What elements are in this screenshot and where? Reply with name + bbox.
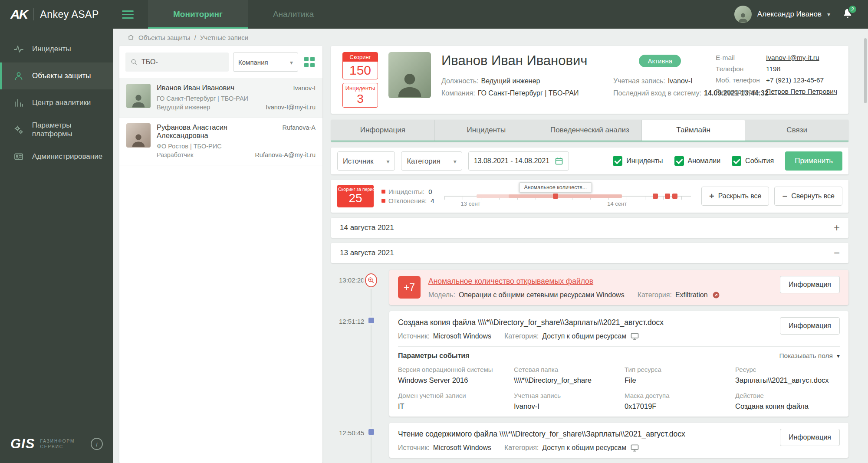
- show-fields-toggle[interactable]: Показывать поля: [779, 352, 840, 360]
- bar-chart-icon: [13, 97, 24, 108]
- anomaly-marker[interactable]: [553, 194, 558, 199]
- checkbox-incidents[interactable]: Инциденты: [613, 156, 663, 166]
- chevron-down-icon: [386, 157, 389, 165]
- param-resource: РесурсЗарплаты\\2021_август.docx: [735, 366, 840, 384]
- event-body: Чтение содержимого файла \\\\*\\Director…: [398, 429, 772, 452]
- day-group-aug14[interactable]: 14 августа 2021 +: [331, 218, 848, 238]
- avatar: [126, 123, 151, 148]
- expand-all-label: Раскрыть все: [718, 192, 762, 200]
- day-group-aug13[interactable]: 13 августа 2021 −: [331, 243, 848, 263]
- event-title: Чтение содержимого файла \\\\*\\Director…: [398, 430, 772, 439]
- event-timeline: 13:02:20 +7 Аномальное колич: [331, 264, 848, 463]
- sidebar-footer: GIS ГАЗИНФОРМСЕРВИС: [10, 436, 103, 452]
- anomaly-marker[interactable]: [665, 194, 670, 199]
- tab-timeline[interactable]: Таймлайн: [642, 120, 746, 141]
- category-select[interactable]: Категория: [401, 151, 462, 171]
- info-icon[interactable]: [91, 438, 103, 450]
- sidebar-item-analytics-center[interactable]: Центр аналитики: [0, 89, 113, 116]
- daterange-value: 13.08.2021 - 14.08.2021: [474, 157, 549, 165]
- param-resource-type: Тип ресурсаFile: [625, 366, 729, 384]
- menu-toggle-button[interactable]: [113, 0, 142, 29]
- checkbox-anomalies[interactable]: Аномалии: [674, 156, 721, 166]
- grid-view-button[interactable]: [302, 55, 316, 69]
- account-detail-panel: Скоринг 150 Инциденты 3: [331, 46, 848, 463]
- param-network-folder: Сетевая папка\\\\*\\Directory_for_share: [514, 366, 618, 384]
- expand-all-button[interactable]: +Раскрыть все: [701, 187, 769, 206]
- chevron-down-icon[interactable]: [827, 10, 830, 18]
- notification-badge: 2: [848, 5, 857, 14]
- event-body: Создана копия файла \\\\*\\Directory_for…: [398, 317, 772, 340]
- event-marker-icon[interactable]: [368, 429, 374, 435]
- calendar-icon[interactable]: [555, 157, 563, 165]
- position-label: Должность:: [441, 77, 478, 85]
- category-label: Категория:: [638, 291, 672, 299]
- source-select[interactable]: Источник: [337, 151, 395, 171]
- timeline-row: 12:51:12 Создана копия файла \\\\*\\Dire…: [331, 311, 848, 417]
- topbar: AK Ankey ASAP Мониторинг Аналитика Алекс…: [0, 0, 868, 29]
- tab-relations[interactable]: Связи: [745, 120, 848, 141]
- source-value: Microsoft Windows: [433, 444, 491, 452]
- incidents-badge[interactable]: Инциденты 3: [342, 83, 378, 108]
- period-scoring-badge: Скоринг за период 25: [337, 185, 374, 207]
- timeline-row: 13:02:20 +7 Аномальное колич: [331, 270, 848, 305]
- notifications-button[interactable]: 2: [842, 8, 853, 21]
- list-item-rufanova[interactable]: Руфанова Анастасия Александровна ФО Рост…: [119, 118, 322, 165]
- collapse-all-button[interactable]: −Свернуть все: [774, 187, 842, 206]
- minus-icon: −: [782, 191, 787, 201]
- model-label: Модель:: [428, 291, 455, 299]
- tab-analytics[interactable]: Аналитика: [248, 0, 339, 29]
- tab-behavior-analysis[interactable]: Поведенческий анализ: [538, 120, 642, 141]
- daterange-input[interactable]: 13.08.2021 - 14.08.2021: [468, 151, 569, 171]
- list-item-main: Иванов Иван Иванович ГО Санкт-Петербург …: [157, 84, 260, 112]
- list-item-main: Руфанова Анастасия Александровна ФО Рост…: [157, 123, 249, 159]
- user-avatar[interactable]: [734, 6, 752, 23]
- user-name[interactable]: Александр Иванов: [757, 10, 822, 19]
- event-marker-icon[interactable]: [368, 318, 374, 323]
- anomaly-title-link[interactable]: Аномальное количество открываемых файлов: [428, 277, 772, 286]
- collapse-icon[interactable]: −: [834, 248, 840, 258]
- tab-information[interactable]: Информация: [331, 120, 435, 141]
- search-input[interactable]: [141, 58, 224, 66]
- brand: AK Ankey ASAP: [0, 0, 113, 29]
- shared-resource-icon: [631, 444, 639, 452]
- search-icon: [131, 58, 138, 66]
- marker-column: [365, 423, 377, 435]
- manager-link[interactable]: Петров Петр Петрович: [766, 88, 837, 95]
- email-link[interactable]: Ivanov-I@my-it.ru: [766, 54, 819, 62]
- anomaly-marker[interactable]: [672, 194, 677, 199]
- expand-icon[interactable]: +: [834, 223, 840, 233]
- information-button[interactable]: Информация: [780, 276, 840, 293]
- category-value: Доступ к общим ресурсам: [542, 444, 626, 452]
- checkbox-label: Аномалии: [688, 157, 721, 165]
- sidebar-item-incidents[interactable]: Инциденты: [0, 36, 113, 62]
- tab-monitoring[interactable]: Мониторинг: [148, 0, 248, 29]
- anomaly-marker[interactable]: [653, 194, 658, 199]
- tab-incidents[interactable]: Инциденты: [435, 120, 539, 141]
- sidebar-item-platform-settings[interactable]: Параметры платформы: [0, 116, 113, 143]
- company-filter-select[interactable]: Компания: [233, 53, 298, 72]
- plus-icon: +: [709, 191, 714, 201]
- event-params: Параметры события Показывать поля Версия…: [398, 346, 840, 410]
- marker-column: [365, 270, 377, 287]
- breadcrumb-protected-objects[interactable]: Объекты защиты: [138, 34, 191, 41]
- checkbox-events[interactable]: События: [732, 156, 774, 166]
- information-button[interactable]: Информация: [780, 317, 840, 335]
- list-item-ivanov[interactable]: Иванов Иван Иванович ГО Санкт-Петербург …: [119, 78, 322, 118]
- information-button[interactable]: Информация: [780, 429, 840, 446]
- phone-value: 1198: [766, 65, 780, 73]
- breadcrumb-separator: /: [194, 34, 196, 41]
- gis-logo-text: ГАЗИНФОРМСЕРВИС: [40, 438, 75, 450]
- home-icon[interactable]: [127, 34, 135, 41]
- sidebar-item-administration[interactable]: Администрирование: [0, 143, 113, 170]
- source-label: Источник:: [398, 444, 430, 452]
- zoom-in-marker-icon[interactable]: [365, 273, 377, 287]
- sidebar-item-label: Объекты защиты: [32, 72, 91, 80]
- scrollbar[interactable]: [864, 38, 867, 103]
- day-group-date: 13 августа 2021: [340, 249, 394, 257]
- apply-button[interactable]: Применить: [785, 151, 842, 171]
- category-select-value: Категория: [407, 157, 440, 165]
- sidebar-item-protected-objects[interactable]: Объекты защиты: [0, 62, 113, 89]
- checkbox-checked-icon: [732, 156, 741, 166]
- breadcrumb-accounts[interactable]: Учетные записи: [200, 34, 248, 41]
- mini-timeline[interactable]: Аномальное количеств... 13 сент 14 сент: [444, 183, 691, 209]
